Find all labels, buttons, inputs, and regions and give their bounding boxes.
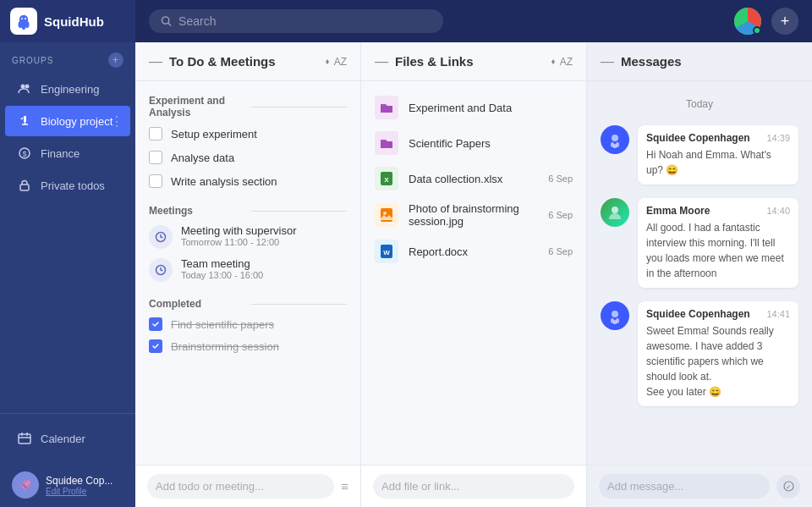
calendar-icon xyxy=(17,431,32,446)
folder-icon xyxy=(375,131,398,155)
svg-line-12 xyxy=(21,118,23,119)
messages-column-content: Today Squidee Copenhagen xyxy=(587,81,812,465)
file-name: Experiment and Data xyxy=(409,102,562,114)
svg-text:W: W xyxy=(383,249,390,256)
file-date: 6 Sep xyxy=(548,210,573,220)
edit-profile-link[interactable]: Edit Profile xyxy=(46,487,112,496)
list-item: Setup experiment xyxy=(135,122,360,146)
message-time: 14:39 xyxy=(766,133,790,143)
todo-checkbox[interactable] xyxy=(149,174,162,188)
completed-section-title: Completed xyxy=(149,298,244,310)
add-button-topbar[interactable]: + xyxy=(771,8,798,35)
completed-text: Find scientific papers xyxy=(171,318,274,331)
engineering-label: Engineering xyxy=(41,83,99,96)
files-column-title: Files & Links xyxy=(395,54,549,69)
add-message-bar: ✓ xyxy=(587,465,812,507)
messages-collapse-btn[interactable]: — xyxy=(601,54,614,69)
list-item[interactable]: W Report.docx 6 Sep xyxy=(361,234,586,269)
message-text: All good. I had a fantastic interview th… xyxy=(646,220,790,281)
svg-point-5 xyxy=(21,18,23,19)
svg-point-39 xyxy=(612,311,618,317)
word-icon: W xyxy=(375,240,398,263)
meeting-icon xyxy=(149,225,173,249)
message-content: Emma Moore 14:40 All good. I had a fanta… xyxy=(638,198,798,288)
logo-icon xyxy=(10,8,37,35)
todo-column: — To Do & Meetings AZ Experiment and Ana… xyxy=(135,42,361,507)
file-name: Report.docx xyxy=(409,245,538,258)
todo-text: Analyse data xyxy=(171,152,234,164)
list-item[interactable]: Photo of brainstorming session.jpg 6 Sep xyxy=(361,196,586,234)
todo-text: Write analysis section xyxy=(171,175,277,188)
message-time: 14:40 xyxy=(766,206,790,216)
message-time: 14:41 xyxy=(766,309,790,319)
messages-column-title: Messages xyxy=(621,54,798,69)
list-item[interactable]: Scientific Papers xyxy=(361,125,586,161)
svg-point-4 xyxy=(19,15,28,24)
columns-area: — To Do & Meetings AZ Experiment and Ana… xyxy=(135,42,812,507)
sidebar-item-finance[interactable]: $ Finance xyxy=(5,138,130,168)
add-todo-input[interactable] xyxy=(147,474,334,499)
todo-column-content: Experiment and Analysis Setup experiment… xyxy=(135,81,360,465)
todo-sort-btn[interactable]: AZ xyxy=(323,56,347,68)
list-item[interactable]: Experiment and Data xyxy=(361,90,586,125)
calendar-label: Calender xyxy=(41,433,85,445)
meeting-time: Tomorrow 11:00 - 12:00 xyxy=(181,237,297,247)
sidebar-item-private[interactable]: Private todos xyxy=(5,170,130,201)
meeting-title: Meeting with supervisor xyxy=(181,224,297,237)
files-collapse-btn[interactable]: — xyxy=(375,54,388,69)
add-file-input[interactable] xyxy=(373,474,574,499)
logo-text: SquidHub xyxy=(44,14,104,29)
todo-collapse-btn[interactable]: — xyxy=(149,54,162,69)
file-name: Photo of brainstorming session.jpg xyxy=(409,202,538,228)
experiment-section-title: Experiment and Analysis xyxy=(149,95,244,118)
message-text: Hi Noah and Emma. What's up? 😄 xyxy=(646,147,790,178)
todo-text: Setup experiment xyxy=(171,128,257,141)
svg-point-6 xyxy=(25,18,26,19)
context-menu-dots[interactable]: ⋮ xyxy=(110,113,123,130)
menu-icon[interactable]: ≡ xyxy=(341,479,348,493)
todo-checkbox[interactable] xyxy=(149,127,162,141)
add-message-input[interactable] xyxy=(599,474,770,499)
list-item[interactable]: X Data collection.xlsx 6 Sep xyxy=(361,161,586,196)
message-sender: Squidee Copenhagen xyxy=(646,308,750,320)
messages-column-header: — Messages xyxy=(587,42,812,81)
list-item: Brainstorming session xyxy=(135,335,360,357)
search-input[interactable] xyxy=(178,14,431,28)
todo-column-header: — To Do & Meetings AZ xyxy=(135,42,360,81)
svg-rect-9 xyxy=(24,116,26,122)
image-icon xyxy=(375,203,398,227)
user-avatar-topbar[interactable] xyxy=(734,8,761,35)
meetings-section-header: Meetings xyxy=(135,200,360,220)
meeting-icon xyxy=(149,258,173,282)
lock-icon xyxy=(17,178,32,193)
completed-text: Brainstorming session xyxy=(171,340,279,353)
sort-icon xyxy=(549,58,557,66)
logo-area: SquidHub xyxy=(0,0,135,42)
today-label: Today xyxy=(587,90,812,118)
files-sort-btn[interactable]: AZ xyxy=(549,56,573,68)
svg-point-42 xyxy=(616,318,619,323)
main-content: + — To Do & Meetings AZ Experiment an xyxy=(135,0,812,507)
message-sender: Emma Moore xyxy=(646,205,710,217)
microscope-icon xyxy=(17,113,32,129)
svg-point-34 xyxy=(612,135,618,141)
search-box xyxy=(149,9,443,33)
messages-column: — Messages Today xyxy=(587,42,812,507)
checked-icon xyxy=(149,339,162,353)
svg-point-38 xyxy=(612,207,618,213)
todo-checkbox[interactable] xyxy=(149,151,162,164)
user-profile[interactable]: 🦑 Squidee Cop... Edit Profile xyxy=(0,463,135,507)
sidebar-item-calendar[interactable]: Calender xyxy=(5,423,130,454)
private-label: Private todos xyxy=(41,179,105,192)
sidebar-item-biology[interactable]: Biology project ⋮ xyxy=(5,106,130,136)
send-button[interactable]: ✓ xyxy=(776,475,800,499)
svg-point-20 xyxy=(162,17,168,24)
sidebar-item-engineering[interactable]: Engineering xyxy=(5,74,130,104)
experiment-section-header: Experiment and Analysis xyxy=(135,90,360,122)
svg-text:$: $ xyxy=(22,150,26,158)
user-name: Squidee Cop... xyxy=(46,475,112,487)
add-group-button[interactable]: + xyxy=(108,52,123,68)
files-column-content: Experiment and Data Scientific Papers xyxy=(361,81,586,465)
file-date: 6 Sep xyxy=(548,246,573,256)
meeting-title: Team meeting xyxy=(181,257,263,270)
